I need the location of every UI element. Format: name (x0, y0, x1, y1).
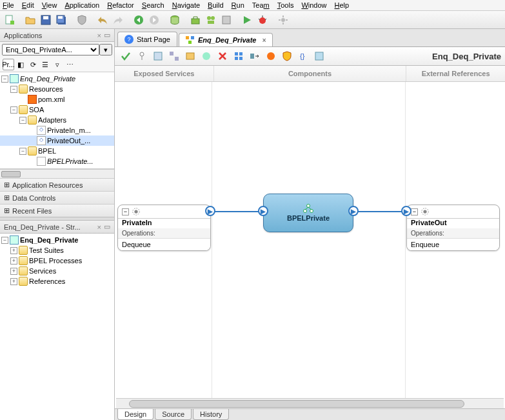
open-button[interactable] (23, 13, 37, 27)
svg-point-39 (267, 52, 275, 60)
svg-point-49 (423, 210, 426, 213)
tree-bpel-folder[interactable]: −BPEL (0, 146, 114, 156)
reference-privateout[interactable]: − PrivateOut Operations: Enqueue (406, 205, 500, 251)
save-all-button[interactable] (54, 13, 68, 27)
mt-icon-1[interactable]: ◧ (15, 59, 26, 70)
mt-filter-icon[interactable]: ▿ (52, 59, 63, 70)
tree-adapters[interactable]: −Adapters (0, 115, 114, 125)
app-menu-button[interactable]: ▾ (99, 44, 112, 55)
svg-point-15 (259, 17, 266, 24)
svg-line-48 (308, 207, 312, 210)
tab-enq-deq-private[interactable]: Enq_Deq_Private × (179, 33, 273, 46)
mt-icon-5[interactable]: ⋯ (64, 59, 75, 70)
struct-close-icon[interactable]: × (97, 223, 101, 231)
et-icon-4[interactable] (183, 49, 197, 63)
port-privatein-out[interactable]: ▶ (205, 206, 215, 216)
accordion-recent-files[interactable]: ⊞Recent Files (0, 204, 114, 217)
menu-refactor[interactable]: Refactor (107, 1, 134, 9)
run-button[interactable] (240, 13, 254, 27)
panel-close-icon[interactable]: × (97, 32, 101, 39)
port-bpel-out[interactable]: ▶ (348, 206, 359, 216)
tree-hscroll[interactable] (0, 169, 114, 178)
accordion-app-resources[interactable]: ⊞Application Resources (0, 178, 114, 191)
tool1-icon[interactable] (188, 13, 203, 27)
menu-search[interactable]: Search (142, 1, 164, 9)
tab-enq-label: Enq_Deq_Private (198, 36, 256, 44)
menu-navigate[interactable]: Navigate (172, 1, 200, 9)
menu-help[interactable]: Help (335, 1, 350, 9)
port-bpel-in[interactable]: ▶ (258, 206, 268, 216)
bottom-tab-history[interactable]: History (193, 409, 229, 420)
et-icon-3[interactable] (167, 49, 181, 63)
struct-test-suites[interactable]: +Test Suites (0, 245, 114, 255)
applications-label: Applications (4, 32, 42, 39)
tree-bpelprivate[interactable]: BPELPrivate... (0, 156, 114, 166)
privateout-op: Enqueue (407, 239, 499, 250)
menu-build[interactable]: Build (208, 1, 223, 9)
service-privatein[interactable]: − PrivateIn Operations: Dequeue (117, 205, 211, 251)
menu-file[interactable]: File (3, 1, 14, 9)
tree-soa[interactable]: −SOA (0, 105, 114, 115)
canvas-hscroll[interactable] (116, 398, 504, 408)
struct-restore-icon[interactable]: ▭ (104, 223, 110, 231)
composite-canvas[interactable]: − PrivateIn Operations: Dequeue ▶ BPELPr… (115, 82, 505, 398)
et-icon-8[interactable] (248, 49, 262, 63)
back-button[interactable] (132, 13, 146, 27)
tab-start-page[interactable]: ? Start Page (117, 32, 177, 46)
forward-button[interactable] (147, 13, 161, 27)
menu-tools[interactable]: Tools (277, 1, 294, 9)
bottom-tab-design[interactable]: Design (117, 409, 153, 420)
et-icon-2[interactable] (151, 49, 165, 63)
menu-window[interactable]: Window (301, 1, 326, 9)
struct-services[interactable]: +Services (0, 266, 114, 276)
struct-root[interactable]: −Enq_Deq_Private (0, 235, 114, 245)
tab-close-icon[interactable]: × (262, 37, 266, 44)
et-icon-10[interactable] (280, 49, 294, 63)
component-bpelprivate[interactable]: BPELPrivate (263, 194, 353, 232)
panel-restore-icon[interactable]: ▭ (104, 31, 110, 39)
accordion-data-controls[interactable]: ⊞Data Controls (0, 191, 114, 204)
et-delete-icon[interactable] (215, 49, 230, 63)
tree-resources[interactable]: −Resources (0, 84, 114, 94)
tree-root[interactable]: −Enq_Deq_Private (0, 74, 114, 84)
validate-icon[interactable] (119, 49, 133, 63)
lane-external: External References (406, 66, 505, 81)
svg-rect-20 (282, 15, 284, 17)
et-icon-7[interactable] (232, 49, 246, 63)
tree-privatein[interactable]: ◇PrivateIn_m... (0, 125, 114, 135)
tool2-icon[interactable] (204, 13, 218, 27)
projects-tab[interactable]: Pr... (3, 59, 14, 70)
redo-button[interactable] (111, 13, 125, 27)
et-icon-9[interactable] (264, 49, 278, 63)
menu-run[interactable]: Run (232, 1, 244, 9)
svg-rect-22 (279, 19, 281, 21)
project-tree[interactable]: −Enq_Deq_Private −Resources pom.xml −SOA… (0, 72, 114, 169)
et-icon-5[interactable] (199, 49, 213, 63)
save-button[interactable] (39, 13, 53, 27)
tree-pom[interactable]: pom.xml (0, 94, 114, 105)
tree-privateout[interactable]: ◇PrivateOut_... (0, 135, 114, 146)
undo-button[interactable] (95, 13, 110, 27)
new-button[interactable] (3, 13, 17, 27)
application-selector[interactable]: Enq_Deq_PrivateA... (2, 44, 99, 55)
et-icon-12[interactable] (312, 49, 326, 63)
svg-rect-30 (170, 52, 173, 55)
mt-refresh-icon[interactable]: ⟳ (27, 59, 39, 70)
bottom-tab-source[interactable]: Source (155, 409, 192, 420)
menu-application[interactable]: Application (64, 1, 99, 9)
tool3-icon[interactable] (219, 13, 233, 27)
shield-icon[interactable] (75, 13, 89, 27)
struct-references[interactable]: +References (0, 276, 114, 286)
menu-team[interactable]: Team (252, 1, 270, 9)
et-icon-1[interactable] (135, 49, 149, 63)
debug-button[interactable] (255, 13, 270, 27)
menu-edit[interactable]: Edit (22, 1, 34, 9)
structure-tree[interactable]: −Enq_Deq_Private +Test Suites +BPEL Proc… (0, 234, 114, 420)
menu-view[interactable]: View (42, 1, 57, 9)
et-icon-11[interactable]: {} (296, 49, 310, 63)
port-privateout-in[interactable]: ▶ (401, 206, 411, 216)
struct-bpel-processes[interactable]: +BPEL Processes (0, 255, 114, 266)
settings-icon[interactable] (276, 13, 290, 27)
db-icon[interactable] (168, 13, 182, 27)
mt-icon-3[interactable]: ☰ (39, 59, 51, 70)
